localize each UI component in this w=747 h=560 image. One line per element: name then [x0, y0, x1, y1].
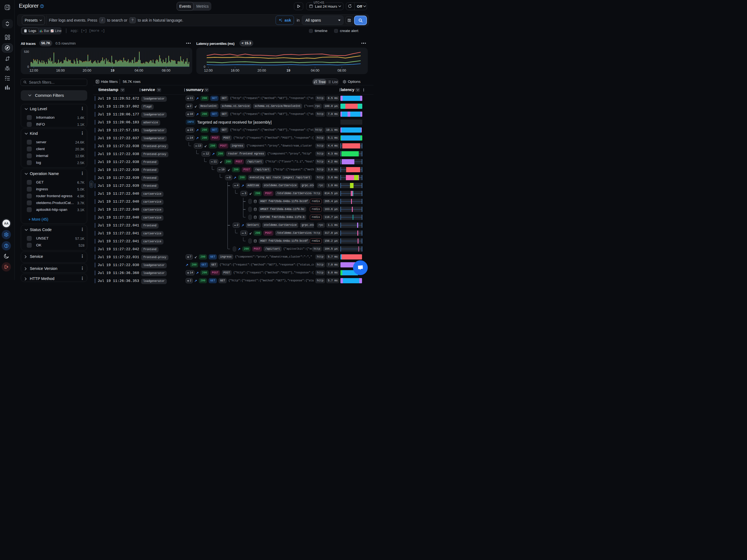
svg-text:19: 19	[287, 69, 290, 73]
svg-text:16:00: 16:00	[231, 69, 239, 73]
svg-text:04:00: 04:00	[311, 69, 319, 73]
svg-text:0: 0	[27, 65, 29, 68]
svg-text:20:00: 20:00	[83, 69, 91, 73]
svg-text:16:00: 16:00	[56, 69, 65, 73]
svg-text:12:00: 12:00	[204, 69, 212, 73]
svg-text:19: 19	[111, 69, 114, 73]
svg-text:04:00: 04:00	[134, 69, 143, 73]
svg-text:12:00: 12:00	[29, 69, 38, 73]
svg-text:20:00: 20:00	[258, 69, 266, 73]
svg-text:0: 0	[204, 65, 205, 68]
svg-text:08:00: 08:00	[337, 69, 346, 73]
svg-text:530: 530	[24, 50, 29, 53]
svg-text:08:00: 08:00	[162, 69, 170, 73]
